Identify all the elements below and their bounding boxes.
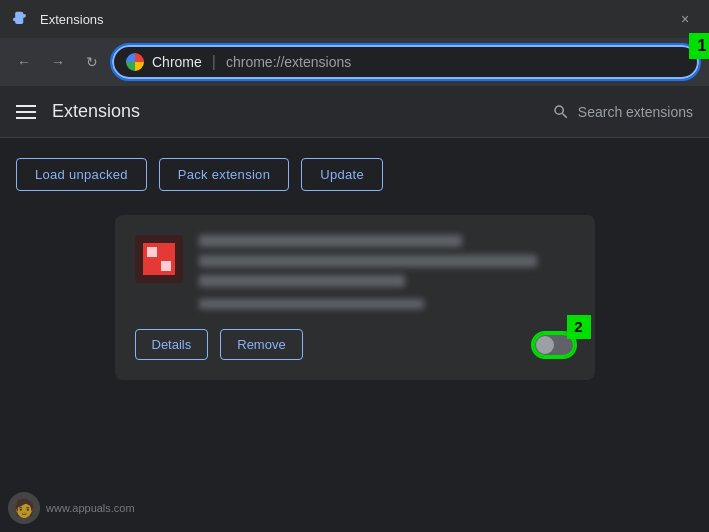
refresh-button[interactable]: ↻ — [78, 48, 106, 76]
watermark-text: www.appuals.com — [46, 502, 135, 514]
step-2-badge: 2 — [567, 315, 591, 339]
extension-desc-line-1 — [199, 255, 537, 267]
back-button[interactable]: ← — [10, 48, 38, 76]
watermark-avatar: 🧑 — [8, 492, 40, 524]
main-content: Load unpacked Pack extension Update Deta… — [0, 138, 709, 400]
load-unpacked-button[interactable]: Load unpacked — [16, 158, 147, 191]
extensions-header: Extensions Search extensions — [0, 86, 709, 138]
window-title: Extensions — [40, 12, 104, 27]
extension-name-line — [199, 235, 462, 247]
close-button[interactable]: × — [673, 7, 697, 31]
extension-card-body — [135, 235, 575, 309]
hamburger-line — [16, 117, 36, 119]
extension-icon — [135, 235, 183, 283]
page-title: Extensions — [52, 101, 140, 122]
search-area[interactable]: Search extensions — [552, 103, 693, 121]
chrome-logo-icon — [126, 53, 144, 71]
browser-toolbar: ← → ↻ Chrome | chrome://extensions 1 — [0, 38, 709, 86]
search-icon — [552, 103, 570, 121]
extension-card: Details Remove 2 — [115, 215, 595, 380]
extensions-icon — [12, 10, 30, 28]
step-1-badge: 1 — [689, 33, 709, 59]
hamburger-line — [16, 105, 36, 107]
action-buttons: Load unpacked Pack extension Update — [16, 158, 693, 191]
update-button[interactable]: Update — [301, 158, 383, 191]
pack-extension-button[interactable]: Pack extension — [159, 158, 289, 191]
forward-button[interactable]: → — [44, 48, 72, 76]
hamburger-line — [16, 111, 36, 113]
watermark: 🧑 www.appuals.com — [8, 492, 135, 524]
toggle-knob — [536, 336, 554, 354]
extension-icon-image — [143, 243, 175, 275]
extension-id-line — [199, 299, 425, 309]
address-bar[interactable]: Chrome | chrome://extensions 1 — [112, 45, 699, 79]
address-separator: | — [212, 53, 216, 71]
title-bar: Extensions × — [0, 0, 709, 38]
extension-desc-line-2 — [199, 275, 406, 287]
address-url: chrome://extensions — [226, 54, 351, 70]
details-button[interactable]: Details — [135, 329, 209, 360]
extension-info — [199, 235, 575, 309]
extension-card-footer: Details Remove 2 — [135, 329, 575, 360]
chrome-label: Chrome — [152, 54, 202, 70]
remove-button[interactable]: Remove — [220, 329, 302, 360]
search-label: Search extensions — [578, 104, 693, 120]
toggle-wrapper: 2 — [533, 333, 575, 357]
menu-button[interactable] — [16, 105, 36, 119]
